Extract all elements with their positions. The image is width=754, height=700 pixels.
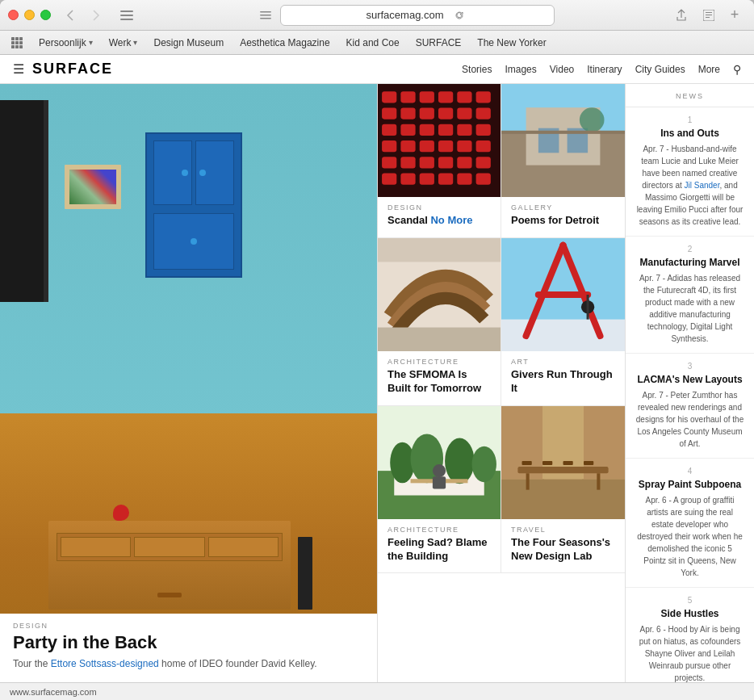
bookmark-surface[interactable]: SURFACE <box>409 36 468 50</box>
nav-city-guides[interactable]: City Guides <box>635 64 685 75</box>
svg-rect-41 <box>438 140 453 152</box>
url-bar[interactable]: surfacemag.com <box>280 5 555 26</box>
umbrella-stand <box>298 537 312 610</box>
site-header: ☰ SURFACE Stories Images Video Itinerary… <box>0 55 754 84</box>
svg-rect-37 <box>476 124 491 136</box>
svg-rect-25 <box>476 91 491 103</box>
nav-images[interactable]: Images <box>505 64 536 75</box>
svg-rect-91 <box>522 461 532 465</box>
svg-rect-16 <box>11 45 15 48</box>
svg-rect-39 <box>400 140 415 152</box>
svg-rect-88 <box>517 467 608 473</box>
article-image <box>501 238 625 351</box>
news-text: Apr. 6 - Hood by Air is being put on hia… <box>635 623 744 682</box>
svg-rect-18 <box>19 45 23 48</box>
url-bar-area: surfacemag.com <box>145 5 664 26</box>
svg-rect-84 <box>501 479 625 519</box>
svg-rect-14 <box>15 41 19 44</box>
hero-link[interactable]: Ettore Sottsass-designed <box>51 658 159 669</box>
maximize-button[interactable] <box>40 10 51 20</box>
bookmark-kid-and-coe[interactable]: Kid and Coe <box>340 36 406 50</box>
hero-section[interactable]: ← 1/3 → DESIGN Party in the Back Tour th… <box>0 84 378 682</box>
svg-rect-94 <box>584 461 593 465</box>
news-item-3[interactable]: 3 LACMA's New Layouts Apr. 7 - Peter Zum… <box>626 354 754 459</box>
bookmark-werk[interactable]: Werk ▾ <box>103 36 145 50</box>
svg-rect-65 <box>378 327 501 350</box>
news-title: LACMA's New Layouts <box>635 374 744 385</box>
svg-rect-21 <box>400 91 415 103</box>
article-item[interactable]: GALLERY Poems for Detroit <box>501 84 625 238</box>
svg-rect-55 <box>476 174 491 185</box>
nav-itinerary[interactable]: Itinerary <box>587 64 622 75</box>
new-tab-button[interactable]: + <box>723 6 746 24</box>
minimize-button[interactable] <box>24 10 35 20</box>
website-content: ☰ SURFACE Stories Images Video Itinerary… <box>0 55 754 682</box>
article-item[interactable]: ARCHITECTURE The SFMOMA Is Built for Tom… <box>378 238 501 406</box>
hero-description: Tour the Ettore Sottsass-designed home o… <box>13 657 364 671</box>
news-title: Ins and Outs <box>635 128 744 139</box>
hero-category: DESIGN <box>13 622 364 630</box>
article-title: Givers Run Through It <box>511 368 615 396</box>
page-menu-button[interactable] <box>254 6 277 24</box>
svg-point-61 <box>580 107 605 132</box>
svg-rect-10 <box>11 37 15 40</box>
article-item[interactable]: DESIGN Scandal No More <box>378 84 501 238</box>
article-item[interactable]: TRAVEL The Four Seasons's New Design Lab <box>501 406 625 574</box>
back-button[interactable] <box>59 6 82 24</box>
article-item[interactable]: ART Givers Run Through It <box>501 238 625 406</box>
close-button[interactable] <box>8 10 19 20</box>
news-sidebar: NEWS 1 Ins and Outs Apr. 7 - Husband-and… <box>625 84 754 682</box>
svg-rect-82 <box>433 476 446 488</box>
red-bird-decor <box>113 505 129 521</box>
svg-rect-0 <box>120 10 133 12</box>
news-item-5[interactable]: 5 Side Hustles Apr. 6 - Hood by Air is b… <box>626 588 754 682</box>
nav-stories[interactable]: Stories <box>462 64 492 75</box>
article-image <box>378 238 501 351</box>
news-item-1[interactable]: 1 Ins and Outs Apr. 7 - Husband-and-wife… <box>626 107 754 237</box>
news-text: Apr. 7 - Husband-and-wife team Lucie and… <box>635 143 744 228</box>
article-image <box>378 84 501 197</box>
bookmark-new-yorker[interactable]: The New Yorker <box>471 36 552 50</box>
svg-rect-27 <box>400 107 415 119</box>
dropdown-icon: ▾ <box>89 38 93 47</box>
sidebar-toggle-button[interactable] <box>115 6 138 24</box>
svg-rect-8 <box>706 15 712 15</box>
hero-title[interactable]: Party in the Back <box>13 632 364 653</box>
nav-video[interactable]: Video <box>550 64 574 75</box>
article-category: TRAVEL <box>511 526 615 534</box>
site-menu-icon[interactable]: ☰ <box>13 61 24 77</box>
svg-rect-89 <box>526 473 530 489</box>
article-category: ARCHITECTURE <box>387 526 491 534</box>
forward-button[interactable] <box>85 6 107 24</box>
svg-rect-12 <box>19 37 23 40</box>
article-title: Feeling Sad? Blame the Building <box>387 536 491 564</box>
article-title: The SFMOMA Is Built for Tomorrow <box>387 368 491 396</box>
search-icon[interactable]: ⚲ <box>733 63 741 76</box>
apps-grid-button[interactable] <box>8 34 26 52</box>
article-title: Poems for Detroit <box>511 214 615 228</box>
news-item-4[interactable]: 4 Spray Paint Subpoena Apr. 6 - A group … <box>626 459 754 588</box>
bookmark-aesthetica[interactable]: Aesthetica Magazine <box>233 36 336 50</box>
bookmarks-bar: Persoonlijk ▾ Werk ▾ Design Museum Aesth… <box>0 31 754 55</box>
svg-rect-90 <box>597 473 600 489</box>
news-number: 5 <box>635 596 744 605</box>
bookmark-persoonlijk[interactable]: Persoonlijk ▾ <box>32 36 99 50</box>
news-item-2[interactable]: 2 Manufacturing Marvel Apr. 7 - Adidas h… <box>626 237 754 354</box>
svg-rect-92 <box>542 461 552 465</box>
svg-rect-3 <box>260 11 271 13</box>
svg-rect-62 <box>501 131 625 134</box>
content-area: ← 1/3 → DESIGN Party in the Back Tour th… <box>0 84 754 682</box>
article-item[interactable]: ARCHITECTURE Feeling Sad? Blame the Buil… <box>378 406 501 574</box>
site-logo[interactable]: SURFACE <box>32 61 113 78</box>
share-button[interactable] <box>670 6 693 24</box>
bookmark-design-museum[interactable]: Design Museum <box>147 36 230 50</box>
article-text: GALLERY Poems for Detroit <box>501 197 625 237</box>
article-image <box>378 406 501 519</box>
svg-rect-5 <box>260 18 271 19</box>
nav-more[interactable]: More <box>698 64 720 75</box>
news-number: 2 <box>635 245 744 254</box>
reload-button[interactable] <box>450 6 468 24</box>
reading-list-button[interactable] <box>697 6 720 24</box>
news-number: 3 <box>635 362 744 371</box>
status-url: www.surfacemag.com <box>10 687 97 697</box>
